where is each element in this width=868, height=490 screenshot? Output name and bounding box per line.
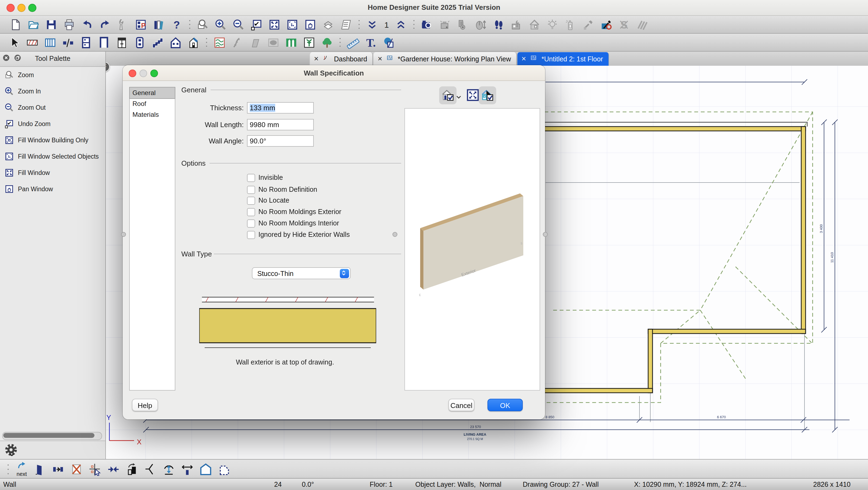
dropdown-stepper-icon[interactable] (340, 269, 349, 278)
print-icon[interactable] (63, 18, 75, 31)
chevron-down-icon[interactable] (456, 92, 461, 98)
door-tool-icon[interactable] (98, 36, 110, 49)
road-spline-icon[interactable] (231, 36, 244, 49)
tab-untitled-2-active[interactable]: ✕ *Untitled 2: 1st Floor (517, 52, 609, 66)
preview-display-options-button[interactable] (439, 86, 457, 104)
resize-h-icon[interactable] (181, 463, 194, 475)
hatch-lines-icon[interactable] (636, 18, 648, 31)
checkbox-no-locate[interactable] (247, 196, 255, 204)
two-story-icon[interactable] (169, 36, 182, 49)
wall-type-dropdown[interactable]: Stucco-Thin (252, 267, 351, 279)
new-file-icon[interactable] (9, 18, 22, 31)
adjust-icon[interactable] (117, 18, 129, 31)
delete-icon[interactable] (70, 463, 83, 475)
house-view-icon[interactable] (528, 18, 541, 31)
plant-icon[interactable] (303, 36, 315, 49)
footprints-icon[interactable] (493, 18, 505, 31)
arc-updown-icon[interactable] (162, 463, 175, 475)
zoom-in-icon[interactable] (214, 18, 227, 31)
zoom-icon[interactable] (196, 18, 209, 31)
library-icon[interactable] (153, 18, 165, 31)
door-open-icon[interactable] (33, 463, 46, 475)
camera-walkthrough-icon[interactable] (457, 18, 469, 31)
palette-item-fill-window[interactable]: Fill Window (0, 165, 105, 181)
dimension-icon[interactable] (347, 36, 359, 49)
break-icon[interactable] (62, 36, 74, 49)
adjust-lights-icon[interactable] (546, 18, 559, 31)
gear-icon[interactable] (3, 443, 18, 457)
undo-zoom-icon[interactable] (250, 18, 263, 31)
pan-icon[interactable] (304, 18, 316, 31)
preview-section-view-button[interactable] (479, 86, 496, 104)
toggle-s-icon[interactable]: S (618, 18, 630, 31)
checkbox-invisible[interactable] (247, 174, 255, 182)
palette-item-pan-window[interactable]: Pan Window (0, 181, 105, 197)
palette-item-zoom-in[interactable]: Zoom In (0, 83, 105, 99)
palette-item-zoom[interactable]: Zoom (0, 67, 105, 83)
plan-setup-icon[interactable]: P (135, 18, 147, 31)
tab-dashboard[interactable]: ✕ Dashboard (309, 52, 373, 66)
close-tab-icon[interactable]: ✕ (521, 55, 526, 62)
checkbox-no-room-moldings-exterior[interactable] (247, 208, 255, 216)
railing-icon[interactable] (44, 36, 57, 49)
wall-3d-preview[interactable]: Exterior E S (404, 108, 540, 391)
door-swap-icon[interactable] (52, 463, 65, 475)
pool-icon[interactable] (267, 36, 280, 49)
select-icon[interactable] (8, 36, 21, 49)
center-objs-icon[interactable] (107, 463, 120, 475)
palette-horizontal-scrollbar[interactable] (2, 432, 102, 440)
floor-up-icon[interactable] (395, 18, 407, 31)
palette-item-undo-zoom[interactable]: Undo Zoom (0, 116, 105, 132)
open-folder-icon[interactable] (27, 18, 40, 31)
save-icon[interactable] (45, 18, 58, 31)
dormer-icon[interactable] (187, 36, 200, 49)
close-tab-icon[interactable]: ✕ (314, 55, 319, 62)
fixture-icon[interactable] (133, 36, 146, 49)
cancel-button[interactable]: Cancel (448, 399, 474, 411)
nav-item-materials[interactable]: Materials (130, 109, 175, 120)
scrollbar-thumb[interactable] (3, 433, 94, 438)
fill-selected-icon[interactable] (286, 18, 299, 31)
preview-splitter-handle[interactable] (393, 232, 397, 237)
wall-length-field[interactable]: 9980 mm (247, 119, 314, 131)
checkbox-no-room-definition[interactable] (247, 185, 255, 194)
zoom-out-icon[interactable] (232, 18, 245, 31)
nav-item-roof[interactable]: Roof (130, 98, 175, 109)
undo-icon[interactable] (81, 18, 93, 31)
floor-down-icon[interactable] (366, 18, 378, 31)
close-tab-icon[interactable]: ✕ (377, 55, 382, 62)
fence-icon[interactable] (285, 36, 298, 49)
checkbox-ignored-by-hide-exterior-walls[interactable] (247, 231, 255, 239)
camera-full-icon[interactable] (421, 18, 433, 31)
tree-icon[interactable] (321, 36, 333, 49)
camera-fixed-icon[interactable] (439, 18, 452, 31)
break-line-icon[interactable] (144, 463, 157, 475)
redo-icon[interactable] (99, 18, 111, 31)
wall-icon[interactable] (26, 36, 38, 49)
cabinet-icon[interactable] (116, 36, 128, 49)
checkbox-no-room-moldings-interior[interactable] (247, 219, 255, 227)
help-icon[interactable]: ? (170, 18, 183, 31)
select-next-object-button[interactable]: next (16, 461, 27, 477)
dialog-resize-handle[interactable] (543, 232, 548, 237)
palette-item-zoom-out[interactable]: Zoom Out (0, 99, 105, 116)
color-chooser-icon[interactable] (600, 18, 613, 31)
nav-item-general[interactable]: General (129, 87, 175, 99)
window-tool-icon[interactable] (80, 36, 92, 49)
thickness-field[interactable]: 133 mm (247, 102, 314, 114)
palette-item-fill-window-building-only[interactable]: Fill Window Building Only (0, 132, 105, 148)
eyedropper-icon[interactable] (582, 18, 595, 31)
driveway-icon[interactable] (249, 36, 262, 49)
spray-icon[interactable] (564, 18, 577, 31)
rotate-icon[interactable] (125, 463, 138, 475)
terrain-icon[interactable] (213, 36, 226, 49)
text-tool-icon[interactable]: T. (365, 36, 377, 49)
wall-angle-field[interactable]: 90.0° (247, 135, 314, 147)
ok-button[interactable]: OK (488, 399, 523, 411)
layers-icon[interactable] (322, 18, 334, 31)
fill-window-icon[interactable] (268, 18, 281, 31)
custom-dashed-icon[interactable] (218, 463, 231, 475)
mouse-orbit-icon[interactable] (475, 18, 487, 31)
fix-tools-icon[interactable] (510, 18, 523, 31)
palette-item-fill-window-selected-objects[interactable]: Fill Window Selected Objects (0, 148, 105, 165)
